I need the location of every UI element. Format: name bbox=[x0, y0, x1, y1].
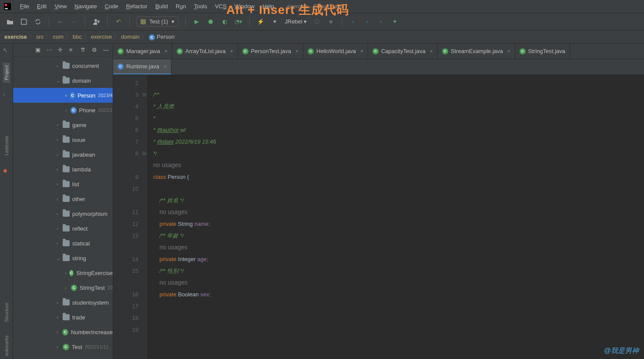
editor-tab[interactable]: CHelloWorld.java× bbox=[303, 44, 368, 59]
undo-icon[interactable]: ↶ bbox=[114, 18, 122, 26]
layout-icon-3[interactable]: ▫ bbox=[377, 18, 385, 26]
menu-tools[interactable]: Tools bbox=[191, 1, 211, 11]
class-icon: C bbox=[70, 92, 75, 99]
tree-row[interactable]: ›CStringExercise bbox=[13, 265, 113, 280]
menu-refactor[interactable]: Refactor bbox=[123, 1, 151, 11]
crumb-bbc[interactable]: bbc bbox=[73, 34, 82, 40]
tree-row[interactable]: ›reflect bbox=[13, 221, 113, 236]
tree-row[interactable]: ›concurrent bbox=[13, 58, 113, 73]
close-icon[interactable]: × bbox=[230, 48, 233, 54]
tree-row[interactable]: ›game bbox=[13, 117, 113, 132]
back-icon[interactable]: ← bbox=[56, 18, 64, 26]
tree-row[interactable]: ›studentsystem bbox=[13, 295, 113, 310]
close-icon[interactable]: × bbox=[360, 48, 363, 54]
jrebel-icon[interactable]: ⚡ bbox=[257, 18, 265, 26]
editor-tab[interactable]: CArrayToList.java× bbox=[172, 44, 238, 59]
sync-icon[interactable] bbox=[34, 18, 42, 26]
debug-icon[interactable] bbox=[207, 18, 215, 26]
close-icon[interactable]: × bbox=[164, 64, 167, 70]
menu-edit[interactable]: Edit bbox=[34, 1, 50, 11]
code-editor[interactable]: /** * 人员类 * * @author wl * @date 2022/9/… bbox=[147, 75, 644, 359]
profile-icon[interactable]: ◔▾ bbox=[235, 18, 242, 26]
tree-row[interactable]: ›statical bbox=[13, 236, 113, 251]
app-icon bbox=[3, 3, 11, 10]
file-icon: C bbox=[372, 48, 379, 54]
editor-tab[interactable]: CStreamExample.java× bbox=[438, 44, 515, 59]
svg-rect-2 bbox=[5, 8, 8, 9]
folder-icon bbox=[63, 314, 70, 320]
crumb-src[interactable]: src bbox=[36, 34, 44, 40]
tree-row[interactable]: ›CStringTest20 bbox=[13, 280, 113, 295]
gear-icon[interactable]: ⚙ bbox=[92, 47, 99, 54]
svg-point-3 bbox=[94, 19, 97, 22]
coverage-icon[interactable]: ◐ bbox=[221, 18, 228, 26]
select-opened-icon[interactable]: ▣ bbox=[35, 47, 42, 54]
tree-row[interactable]: ›CPerson2023/4 bbox=[13, 88, 113, 103]
tree-row[interactable]: ›CPhone2022/1 bbox=[13, 103, 113, 117]
forward-icon[interactable]: → bbox=[70, 18, 78, 26]
rail-project[interactable]: Project bbox=[3, 63, 10, 83]
rail-leetcode[interactable]: Leetcode bbox=[3, 133, 10, 158]
attach-icon[interactable]: ⬡ bbox=[313, 18, 321, 26]
tree-row[interactable]: ›CNumberIncrease bbox=[13, 325, 113, 339]
tree-row[interactable]: ⌄domain bbox=[13, 73, 113, 88]
rail-bookmarks[interactable]: ookmarks bbox=[3, 333, 10, 359]
stop-icon[interactable]: ■ bbox=[327, 18, 335, 26]
folder-icon bbox=[63, 240, 70, 246]
folder-icon bbox=[63, 122, 70, 128]
avatar-icon[interactable]: ▾ bbox=[92, 18, 100, 26]
close-icon[interactable]: × bbox=[430, 48, 433, 54]
layout-icon-2[interactable]: ▫ bbox=[363, 18, 371, 26]
left-rail: ↖ Project ▫ Leetcode ◆ Structure ookmark… bbox=[0, 44, 13, 359]
open-icon[interactable] bbox=[6, 18, 14, 26]
editor-tab[interactable]: CStringTest.java bbox=[515, 44, 570, 59]
project-panel: ▣ ⋯ ✛ ≡ ⇈ ⚙ — ›concurrent⌄domain›CPerson… bbox=[13, 44, 113, 359]
tree-row[interactable]: ›other bbox=[13, 191, 113, 206]
menu-code[interactable]: Code bbox=[101, 1, 122, 11]
more-icon[interactable]: ⋯ bbox=[47, 47, 54, 54]
tree-row[interactable]: ›issue bbox=[13, 132, 113, 147]
editor-tab[interactable]: CPersonTest.java× bbox=[238, 44, 304, 59]
close-icon[interactable]: × bbox=[507, 48, 510, 54]
locate-icon[interactable]: ✛ bbox=[58, 47, 65, 54]
collapse-icon[interactable]: ⇈ bbox=[80, 47, 87, 54]
tree-row[interactable]: ›polymorphism bbox=[13, 206, 113, 221]
close-icon[interactable]: × bbox=[164, 48, 168, 54]
class-icon: C bbox=[71, 285, 77, 291]
menu-build[interactable]: Build bbox=[152, 1, 171, 11]
editor-tab[interactable]: CCapacityTest.java× bbox=[368, 44, 438, 59]
run-config-selector[interactable]: Test (1)▾ bbox=[137, 17, 178, 27]
jrebel-dropdown[interactable]: JRebel ▾ bbox=[285, 18, 307, 25]
gutter[interactable]: 2⊟34567⊟8 910 111213 1415 16171819 bbox=[113, 75, 147, 359]
tree-row[interactable]: ›CTest2022/11/11 bbox=[13, 339, 113, 354]
project-tree[interactable]: ›concurrent⌄domain›CPerson2023/4›CPhone2… bbox=[13, 57, 113, 356]
jrebel-debug-icon[interactable]: ✦ bbox=[271, 18, 278, 26]
minimize-icon[interactable]: — bbox=[103, 47, 110, 54]
menu-view[interactable]: View bbox=[51, 1, 70, 11]
tree-row[interactable]: ⌄string bbox=[13, 251, 113, 265]
crumb-exercise[interactable]: exercise bbox=[91, 34, 112, 40]
crumb-com[interactable]: com bbox=[53, 34, 64, 40]
puzzle-icon[interactable]: ✦ bbox=[391, 18, 399, 26]
layout-icon-1[interactable]: ▫ bbox=[349, 18, 357, 26]
expand-icon[interactable]: ≡ bbox=[69, 47, 76, 54]
rail-folder-icon[interactable]: ▫ bbox=[3, 91, 10, 98]
menu-run[interactable]: Run bbox=[172, 1, 190, 11]
folder-icon bbox=[63, 181, 70, 187]
rail-structure[interactable]: Structure bbox=[3, 300, 10, 325]
tree-row[interactable]: ›trade bbox=[13, 310, 113, 325]
crumb-domain[interactable]: domain bbox=[121, 34, 140, 40]
crumb-root[interactable]: exercise bbox=[4, 34, 27, 40]
editor-tab[interactable]: CRuntime.java× bbox=[113, 59, 171, 74]
tree-row[interactable]: ›lambda bbox=[13, 162, 113, 177]
close-icon[interactable]: × bbox=[295, 48, 299, 54]
crumb-file[interactable]: CPerson bbox=[149, 34, 174, 40]
folder-icon bbox=[63, 211, 70, 217]
menu-file[interactable]: File bbox=[17, 1, 33, 11]
menu-navigate[interactable]: Navigate bbox=[71, 1, 100, 11]
save-icon[interactable] bbox=[20, 18, 28, 26]
tree-row[interactable]: ›list bbox=[13, 177, 113, 191]
tree-row[interactable]: ›javabean bbox=[13, 147, 113, 162]
run-icon[interactable]: ▶ bbox=[193, 18, 201, 26]
editor-tab[interactable]: CManager.java× bbox=[113, 44, 172, 59]
